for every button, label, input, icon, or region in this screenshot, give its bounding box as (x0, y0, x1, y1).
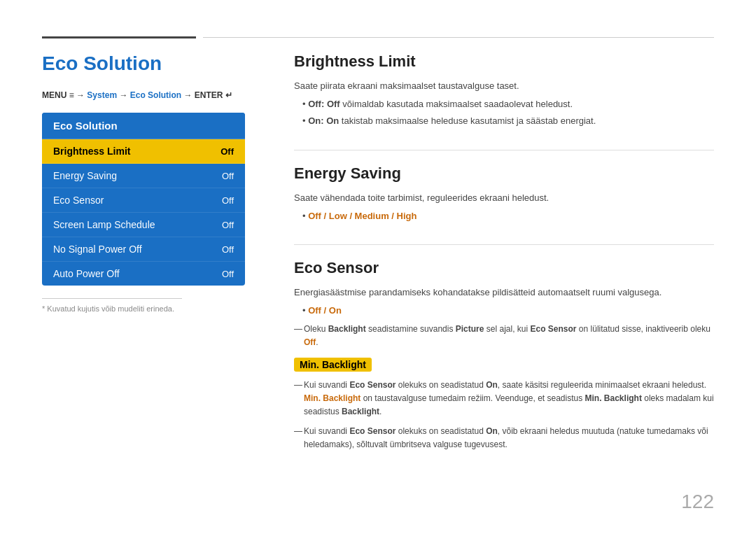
brightness-desc: Saate piirata ekraani maksimaalset taust… (294, 79, 714, 93)
left-panel: Eco Solution MENU ≡ → System → Eco Solut… (42, 52, 252, 313)
section-title-brightness: Brightness Limit (294, 52, 714, 71)
menu-item-energy-saving[interactable]: Energy Saving Off (42, 164, 245, 188)
brightness-bullet-2: On: On takistab maksimaalse heleduse kas… (302, 114, 714, 129)
section-title-energy: Energy Saving (294, 164, 714, 183)
energy-desc: Saate vähendada toite tarbimist, regulee… (294, 191, 714, 205)
section-brightness-limit: Brightness Limit Saate piirata ekraani m… (294, 52, 714, 129)
system-link: System (87, 90, 117, 100)
right-panel: Brightness Limit Saate piirata ekraani m… (294, 52, 714, 472)
brightness-bullet-1: Off: Off võimaldab kasutada maksimaalset… (302, 97, 714, 112)
menu-item-value: Off (222, 269, 234, 279)
divider-2 (294, 244, 714, 245)
menu-icon: MENU ≡ (42, 90, 74, 100)
min-backlight-badge: Min. Backlight (294, 358, 372, 372)
eco-long-note-2: Kui suvandi Eco Sensor olekuks on seadis… (294, 425, 714, 451)
eco-solution-link: Eco Solution (130, 90, 181, 100)
eco-long-note-1: Kui suvandi Eco Sensor olekuks on seadis… (294, 379, 714, 419)
section-eco-sensor: Eco Sensor Energiasäästmise parandamisek… (294, 259, 714, 451)
menu-item-value: Off (222, 220, 234, 230)
page-title: Eco Solution (42, 52, 252, 75)
menu-item-label: Eco Sensor (53, 195, 104, 206)
eco-desc: Energiasäästmise parandamiseks kohandata… (294, 286, 714, 300)
page-number: 122 (681, 491, 714, 513)
section-title-eco: Eco Sensor (294, 259, 714, 277)
menu-item-screen-lamp[interactable]: Screen Lamp Schedule Off (42, 213, 245, 237)
top-decorative-lines (0, 36, 756, 38)
eco-menu-title: Eco Solution (42, 113, 245, 139)
menu-item-label: Auto Power Off (53, 268, 120, 279)
section-energy-saving: Energy Saving Saate vähendada toite tarb… (294, 164, 714, 223)
eco-dash-note: Oleku Backlight seadistamine suvandis Pi… (294, 323, 714, 349)
eco-bullet: Off / On (302, 304, 714, 318)
note-text: * Kuvatud kujutis võib mudeliti erineda. (42, 304, 252, 313)
note-divider (42, 298, 182, 299)
menu-item-label: No Signal Power Off (53, 244, 142, 255)
menu-item-value: Off (222, 244, 234, 255)
menu-item-auto-power[interactable]: Auto Power Off Off (42, 262, 245, 286)
menu-item-label: Screen Lamp Schedule (53, 219, 155, 230)
menu-item-value: Off (220, 146, 234, 157)
menu-item-label: Brightness Limit (53, 146, 130, 157)
eco-solution-menu: Eco Solution Brightness Limit Off Energy… (42, 113, 245, 286)
menu-item-brightness-limit[interactable]: Brightness Limit Off (42, 139, 245, 164)
menu-item-label: Energy Saving (53, 170, 117, 181)
menu-item-value: Off (222, 171, 234, 181)
divider-1 (294, 150, 714, 150)
menu-item-eco-sensor[interactable]: Eco Sensor Off (42, 188, 245, 213)
top-line-left (42, 36, 196, 38)
top-line-right (203, 37, 714, 38)
left-note: * Kuvatud kujutis võib mudeliti erineda. (42, 298, 252, 313)
menu-path: MENU ≡ → System → Eco Solution → ENTER ↵ (42, 90, 252, 100)
energy-bullet: Off / Low / Medium / High (302, 209, 714, 224)
menu-item-value: Off (222, 195, 234, 206)
menu-item-no-signal[interactable]: No Signal Power Off Off (42, 237, 245, 262)
